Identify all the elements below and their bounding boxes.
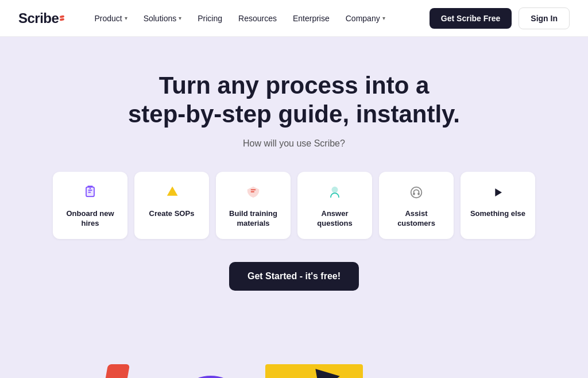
cta-area: Get Started - it's free! — [11, 262, 577, 291]
nav-item-resources[interactable]: Resources — [231, 9, 284, 28]
chevron-down-icon: ▾ — [382, 15, 385, 21]
card-label-customers: Assist customers — [387, 209, 446, 229]
use-case-card-sops[interactable]: Create SOPs — [134, 172, 209, 239]
card-label-other: Something else — [470, 209, 525, 219]
nav-item-company[interactable]: Company▾ — [339, 9, 392, 28]
logo-text: Scribe — [18, 10, 59, 26]
purple-circle — [173, 376, 248, 378]
hero-illustration: ▶ — [0, 341, 588, 378]
nav-item-enterprise[interactable]: Enterprise — [286, 9, 336, 28]
cursor-arrow-icon: ▶ — [314, 357, 343, 378]
yellow-rectangle — [265, 364, 363, 378]
hero-subtitle: How will you use Scribe? — [11, 138, 577, 149]
navbar: Scribe Product▾Solutions▾PricingResource… — [0, 0, 588, 37]
illustration-inner: ▶ — [36, 341, 552, 378]
use-case-cards: Onboard new hiresCreate SOPsBuild traini… — [11, 172, 577, 239]
card-label-questions: Answer questions — [305, 209, 364, 229]
customers-icon — [408, 184, 424, 203]
sign-in-button[interactable]: Sign In — [519, 7, 570, 29]
svg-point-7 — [332, 187, 337, 192]
nav-item-pricing[interactable]: Pricing — [191, 9, 229, 28]
nav-links: Product▾Solutions▾PricingResourcesEnterp… — [87, 9, 429, 28]
svg-rect-9 — [413, 192, 415, 195]
onboard-icon — [82, 184, 98, 203]
svg-rect-10 — [417, 192, 420, 195]
nav-item-product[interactable]: Product▾ — [87, 9, 134, 28]
card-label-training: Build training materials — [224, 209, 283, 229]
card-label-onboard: Onboard new hires — [61, 209, 119, 229]
logo-icon — [60, 16, 64, 21]
hero-section: Turn any process into a step-by-step gui… — [0, 37, 588, 341]
use-case-card-training[interactable]: Build training materials — [216, 172, 291, 239]
svg-point-5 — [90, 188, 91, 189]
use-case-card-onboard[interactable]: Onboard new hires — [53, 172, 127, 239]
svg-rect-4 — [88, 192, 91, 193]
use-case-card-questions[interactable]: Answer questions — [297, 172, 372, 239]
nav-actions: Get Scribe Free Sign In — [430, 7, 570, 29]
svg-rect-3 — [88, 190, 92, 191]
use-case-card-customers[interactable]: Assist customers — [379, 172, 454, 239]
questions-icon — [327, 184, 343, 203]
svg-marker-6 — [167, 186, 178, 195]
get-started-button[interactable]: Get Started - it's free! — [229, 262, 359, 291]
logo[interactable]: Scribe — [18, 10, 64, 26]
chevron-down-icon: ▾ — [125, 15, 127, 21]
training-icon — [245, 184, 261, 203]
chevron-down-icon: ▾ — [179, 15, 181, 21]
svg-marker-11 — [495, 188, 502, 196]
card-label-sops: Create SOPs — [149, 209, 195, 219]
other-icon — [490, 184, 506, 203]
get-scribe-free-button[interactable]: Get Scribe Free — [430, 8, 512, 29]
nav-item-solutions[interactable]: Solutions▾ — [137, 9, 189, 28]
stripe-group — [70, 364, 181, 378]
svg-point-8 — [411, 187, 422, 198]
sops-icon — [164, 184, 180, 203]
use-case-card-other[interactable]: Something else — [461, 172, 535, 239]
hero-title: Turn any process into a step-by-step gui… — [122, 71, 466, 129]
stripe-2 — [92, 364, 130, 378]
